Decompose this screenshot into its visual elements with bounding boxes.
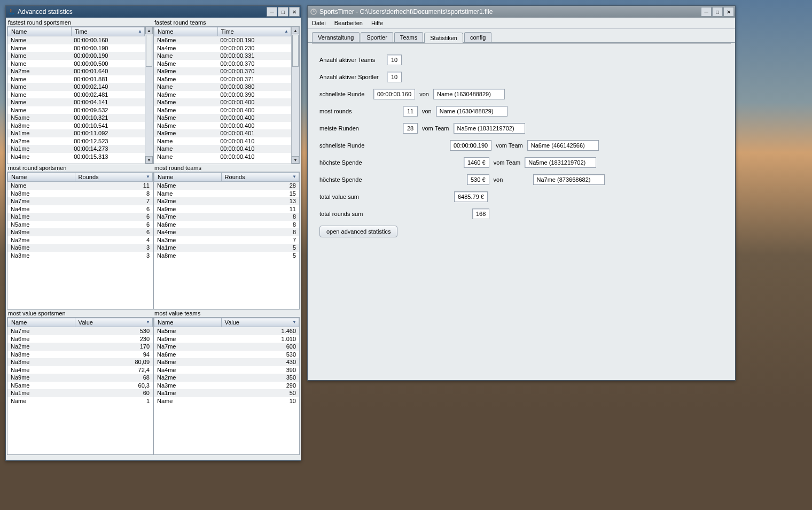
main-titlebar[interactable]: SportsTimer - C:\Users\derhecht\Document… bbox=[308, 6, 735, 18]
adv-titlebar[interactable]: Advanced statistics ─ □ ✕ bbox=[6, 6, 301, 18]
table-row[interactable]: Na2me350 bbox=[154, 374, 299, 382]
tab-teams[interactable]: Teams bbox=[394, 32, 423, 42]
table-row[interactable]: Na7me7 bbox=[7, 197, 153, 205]
table-row[interactable]: Name00:00:09.532 bbox=[7, 106, 145, 114]
table-row[interactable]: Na5me00:00:00.370 bbox=[154, 60, 291, 68]
table-row[interactable]: Na9me00:00:00.390 bbox=[154, 91, 291, 99]
table-row[interactable]: Name00:00:02.481 bbox=[7, 91, 145, 99]
table-row[interactable]: Name11 bbox=[7, 182, 153, 190]
table-row[interactable]: N5ame60,3 bbox=[7, 382, 153, 390]
table-row[interactable]: Na5me1.460 bbox=[154, 327, 299, 335]
table-row[interactable]: Na5me00:00:00.400 bbox=[154, 98, 291, 106]
column-header[interactable]: Time▲ bbox=[71, 27, 144, 36]
table-row[interactable]: Na2me00:00:01.640 bbox=[7, 67, 145, 75]
table-row[interactable]: Na3me7 bbox=[154, 236, 299, 244]
table-row[interactable]: Na9me00:00:00.370 bbox=[154, 67, 291, 75]
table-row[interactable]: Na5me00:00:00.400 bbox=[154, 114, 291, 122]
column-header[interactable]: Name bbox=[154, 173, 222, 182]
tab-statistics[interactable]: Statistiken bbox=[424, 33, 463, 43]
table-row[interactable]: Na9me6 bbox=[7, 228, 153, 236]
table-row[interactable]: Na3me290 bbox=[154, 382, 299, 390]
table-row[interactable]: Name00:00:00.160 bbox=[7, 36, 145, 44]
minimize-button[interactable]: ─ bbox=[701, 7, 712, 17]
table-row[interactable]: Na4me00:00:15.313 bbox=[7, 153, 145, 161]
open-advanced-statistics-button[interactable]: open advanced statistics bbox=[319, 226, 397, 237]
table-row[interactable]: Na1me5 bbox=[154, 244, 299, 252]
menu-help[interactable]: Hilfe bbox=[369, 19, 385, 27]
scrollbar[interactable]: ▲▼ bbox=[145, 27, 153, 164]
table-row[interactable]: Na7me600 bbox=[154, 343, 299, 351]
table-row[interactable]: Na6me230 bbox=[7, 335, 153, 343]
column-header[interactable]: Rounds▼ bbox=[221, 173, 299, 182]
column-header[interactable]: Name bbox=[8, 27, 72, 36]
table-row[interactable]: Na2me13 bbox=[154, 197, 299, 205]
table-row[interactable]: Na3me80,09 bbox=[7, 358, 153, 366]
table-row[interactable]: N5ame6 bbox=[7, 221, 153, 229]
table-row[interactable]: Name15 bbox=[154, 190, 299, 198]
column-header[interactable]: Name bbox=[8, 173, 75, 182]
table-row[interactable]: Name1 bbox=[7, 397, 153, 405]
table-row[interactable]: Na1me6 bbox=[7, 213, 153, 221]
maximize-button[interactable]: □ bbox=[278, 7, 288, 17]
table-row[interactable]: Na8me94 bbox=[7, 351, 153, 359]
table-row[interactable]: Na6me3 bbox=[7, 244, 153, 252]
table-row[interactable]: Na3me3 bbox=[7, 252, 153, 260]
table-row[interactable]: N5ame00:00:10.321 bbox=[7, 114, 145, 122]
table-row[interactable]: Na8me430 bbox=[154, 358, 299, 366]
table-row[interactable]: Na1me00:00:14.273 bbox=[7, 145, 145, 153]
table-row[interactable]: Na4me00:00:00.230 bbox=[154, 44, 291, 52]
table-row[interactable]: Na1me60 bbox=[7, 389, 153, 397]
table-row[interactable]: Name00:00:00.190 bbox=[7, 52, 145, 60]
table-row[interactable]: Name00:00:00.190 bbox=[7, 44, 145, 52]
table-row[interactable]: Name00:00:04.141 bbox=[7, 98, 145, 106]
table-row[interactable]: Na8me5 bbox=[154, 252, 299, 260]
table-row[interactable]: Na1me00:00:11.092 bbox=[7, 129, 145, 137]
scrollbar[interactable]: ▲▼ bbox=[291, 27, 299, 164]
table-row[interactable]: Name00:00:00.331 bbox=[154, 52, 291, 60]
table-row[interactable]: Name00:00:00.410 bbox=[154, 145, 291, 153]
menu-file[interactable]: Datei bbox=[310, 19, 328, 27]
scroll-down-button[interactable]: ▼ bbox=[292, 156, 299, 164]
close-button[interactable]: ✕ bbox=[723, 7, 734, 17]
table-row[interactable]: Name00:00:00.410 bbox=[154, 137, 291, 145]
column-header[interactable]: Time▲ bbox=[217, 27, 291, 36]
table-row[interactable]: Na5me00:00:00.400 bbox=[154, 106, 291, 114]
column-header[interactable]: Value▼ bbox=[221, 318, 299, 327]
table-row[interactable]: Na4me72,4 bbox=[7, 366, 153, 374]
table-row[interactable]: Na7me8 bbox=[154, 213, 299, 221]
table-row[interactable]: Na8me00:00:10.541 bbox=[7, 122, 145, 130]
maximize-button[interactable]: □ bbox=[712, 7, 723, 17]
table-row[interactable]: Na6me00:00:00.190 bbox=[154, 36, 291, 44]
table-row[interactable]: Na9me00:00:00.401 bbox=[154, 129, 291, 137]
scroll-up-button[interactable]: ▲ bbox=[292, 27, 299, 34]
column-header[interactable]: Name bbox=[154, 27, 218, 36]
table-row[interactable]: Na9me68 bbox=[7, 374, 153, 382]
column-header[interactable]: Name bbox=[154, 318, 222, 327]
table-row[interactable]: Name00:00:01.881 bbox=[7, 75, 145, 83]
table-row[interactable]: Na2me4 bbox=[7, 236, 153, 244]
table-row[interactable]: Name10 bbox=[154, 397, 299, 405]
table-row[interactable]: Na4me390 bbox=[154, 366, 299, 374]
table-row[interactable]: Na4me6 bbox=[7, 205, 153, 213]
table-row[interactable]: Na2me00:00:12.523 bbox=[7, 137, 145, 145]
scroll-up-button[interactable]: ▲ bbox=[145, 27, 153, 34]
table-row[interactable]: Na9me11 bbox=[154, 205, 299, 213]
column-header[interactable]: Name bbox=[8, 318, 75, 327]
table-row[interactable]: Na1me50 bbox=[154, 389, 299, 397]
table-row[interactable]: Na4me8 bbox=[154, 228, 299, 236]
scroll-down-button[interactable]: ▼ bbox=[145, 156, 153, 164]
table-row[interactable]: Name00:00:00.380 bbox=[154, 83, 291, 91]
tab-athlete[interactable]: Sportler bbox=[361, 32, 393, 42]
table-row[interactable]: Na6me530 bbox=[154, 351, 299, 359]
tab-config[interactable]: config bbox=[464, 32, 491, 42]
table-row[interactable]: Name00:00:00.410 bbox=[154, 153, 291, 161]
table-row[interactable]: Na7me530 bbox=[7, 327, 153, 335]
table-row[interactable]: Na2me170 bbox=[7, 343, 153, 351]
table-row[interactable]: Na5me28 bbox=[154, 182, 299, 190]
tab-event[interactable]: Veranstaltung bbox=[312, 32, 360, 42]
column-header[interactable]: Rounds▼ bbox=[75, 173, 152, 182]
table-row[interactable]: Na5me00:00:00.371 bbox=[154, 75, 291, 83]
table-row[interactable]: Na6me8 bbox=[154, 221, 299, 229]
table-row[interactable]: Name00:00:02.140 bbox=[7, 83, 145, 91]
table-row[interactable]: Na8me8 bbox=[7, 190, 153, 198]
